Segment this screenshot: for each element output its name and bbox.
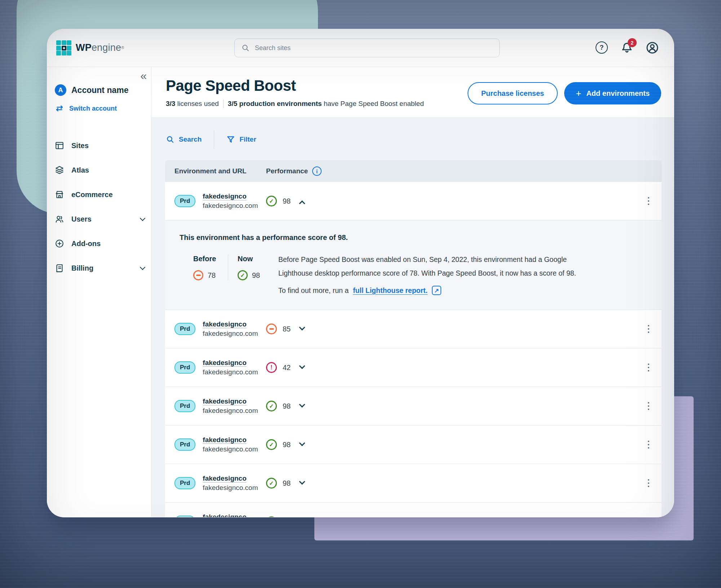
atlas-icon xyxy=(55,165,64,175)
env-url: fakedesignco.com xyxy=(203,445,258,453)
table-row: Prd fakedesignco fakedesignco.com ✓ 98 xyxy=(165,503,662,517)
search-sites-input[interactable] xyxy=(255,44,493,52)
performance-status-icon: ✓ xyxy=(266,439,277,450)
global-search-bar[interactable] xyxy=(234,39,500,57)
switch-account-link[interactable]: Switch account xyxy=(55,104,151,113)
env-name-link[interactable]: fakedesignco xyxy=(203,475,258,482)
row-kebab-menu[interactable] xyxy=(646,195,652,208)
performance-status-icon: ✓ xyxy=(266,478,277,489)
expand-chevron[interactable] xyxy=(299,401,305,407)
performance-cell: ✓ 98 xyxy=(266,401,304,411)
performance-cell: ✓ 98 xyxy=(266,516,304,517)
cta-prefix: To find out more, run a xyxy=(278,286,349,295)
external-link-icon[interactable]: ↗ xyxy=(432,286,441,295)
purchase-licenses-button[interactable]: Purchase licenses xyxy=(468,82,558,104)
row-kebab-menu[interactable] xyxy=(646,361,652,374)
notifications-button[interactable]: 2 xyxy=(620,41,634,54)
search-icon xyxy=(166,135,174,144)
expand-chevron[interactable] xyxy=(299,324,305,330)
account-menu-button[interactable] xyxy=(645,41,659,54)
detail-headline: This environment has a performance score… xyxy=(180,233,647,242)
sidebar-item-label: Billing xyxy=(71,264,133,272)
env-url: fakedesignco.com xyxy=(203,407,258,415)
env-name-link[interactable]: fakedesignco xyxy=(203,359,258,367)
expand-chevron[interactable] xyxy=(299,363,305,369)
row-kebab-menu[interactable] xyxy=(646,477,652,490)
performance-column-header: Performance xyxy=(266,167,308,175)
performance-info-icon[interactable]: i xyxy=(312,166,322,176)
performance-status-icon: ✓ xyxy=(266,401,277,411)
main-content: Page Speed Boost 3/3 licenses used 3/5 p… xyxy=(151,67,674,517)
sidebar-item-users[interactable]: Users xyxy=(55,207,151,231)
env-name-link[interactable]: fakedesignco xyxy=(203,436,258,444)
environment-type-badge: Prd xyxy=(174,361,195,374)
env-url: fakedesignco.com xyxy=(203,330,258,338)
row-kebab-menu[interactable] xyxy=(646,438,652,451)
filter-label: Filter xyxy=(239,135,256,143)
performance-score: 98 xyxy=(283,197,291,205)
environment-cell: Prd fakedesignco fakedesignco.com xyxy=(165,192,266,210)
performance-score: 98 xyxy=(283,479,291,487)
environment-column-header: Environment and URL xyxy=(165,167,266,175)
header-actions: Purchase licenses + Add environments xyxy=(468,82,661,104)
detail-description: Before Page Speed Boost was enabled on S… xyxy=(278,253,578,280)
performance-status-icon: ✓ xyxy=(266,516,277,517)
table-search-button[interactable]: Search xyxy=(166,135,202,144)
topbar-icons: ? 2 xyxy=(595,41,659,54)
performance-status-icon: ! xyxy=(266,362,277,373)
table-row: Prd fakedesignco fakedesignco.com 85 xyxy=(165,310,662,348)
sidebar-item-ecommerce[interactable]: eCommerce xyxy=(55,182,151,207)
sidebar-item-label: Atlas xyxy=(71,166,145,174)
notification-badge: 2 xyxy=(628,38,637,47)
env-name-link[interactable]: fakedesignco xyxy=(203,320,258,328)
ecommerce-icon xyxy=(55,190,64,199)
sidebar-item-label: Sites xyxy=(71,142,145,150)
env-name-link[interactable]: fakedesignco xyxy=(203,513,258,517)
performance-score: 98 xyxy=(283,402,291,410)
row-kebab-menu[interactable] xyxy=(646,400,652,413)
performance-cell: ✓ 98 xyxy=(266,478,304,489)
chevron-down-icon xyxy=(140,215,146,221)
now-column: Now ✓ 98 xyxy=(228,255,262,280)
table-toolbar: Search Filter xyxy=(166,130,662,149)
table-row: Prd fakedesignco fakedesignco.com ✓ 98 xyxy=(165,464,662,503)
detail-text: Before Page Speed Boost was enabled on S… xyxy=(278,253,578,295)
lighthouse-report-link[interactable]: full Lighthouse report. xyxy=(353,286,428,295)
performance-status-icon xyxy=(266,324,277,334)
page-title: Page Speed Boost xyxy=(166,77,424,94)
env-name-link[interactable]: fakedesignco xyxy=(203,192,258,200)
toolbar-divider xyxy=(214,130,214,149)
performance-cell: ! 42 xyxy=(266,362,304,373)
expand-chevron[interactable] xyxy=(299,200,305,206)
addons-icon xyxy=(55,239,64,248)
sidebar-item-sites[interactable]: Sites xyxy=(55,133,151,158)
table-row: Prd fakedesignco fakedesignco.com ✓ 98 xyxy=(165,182,662,220)
environment-type-badge: Prd xyxy=(174,477,195,489)
performance-status-icon: ✓ xyxy=(266,196,277,206)
now-score: 98 xyxy=(252,271,260,280)
environment-cell: Prd fakedesignco fakedesignco.com xyxy=(165,513,266,517)
table-row: Prd fakedesignco fakedesignco.com ✓ 98 xyxy=(165,426,662,464)
wpengine-logo[interactable]: WPengine® xyxy=(56,40,124,55)
expand-chevron[interactable] xyxy=(299,478,305,485)
sidebar-collapse-button[interactable]: « xyxy=(140,70,146,81)
expand-chevron[interactable] xyxy=(299,440,305,446)
search-icon xyxy=(241,44,250,52)
row-kebab-menu[interactable] xyxy=(646,323,652,335)
environment-cell: Prd fakedesignco fakedesignco.com xyxy=(165,436,266,453)
switch-arrows-icon xyxy=(55,104,64,113)
help-button[interactable]: ? xyxy=(595,41,609,54)
sites-icon xyxy=(55,141,64,150)
now-label: Now xyxy=(238,255,262,263)
env-name-link[interactable]: fakedesignco xyxy=(203,397,258,405)
environment-cell: Prd fakedesignco fakedesignco.com xyxy=(165,397,266,415)
sidebar-item-label: Add-ons xyxy=(71,240,145,248)
row-kebab-menu[interactable] xyxy=(646,516,652,517)
add-environments-button[interactable]: + Add environments xyxy=(564,82,661,104)
sidebar-item-atlas[interactable]: Atlas xyxy=(55,158,151,182)
account-name: Account name xyxy=(71,85,128,95)
table-filter-button[interactable]: Filter xyxy=(226,135,256,144)
sidebar-item-addons[interactable]: Add-ons xyxy=(55,231,151,256)
sidebar-item-billing[interactable]: Billing xyxy=(55,256,151,280)
environment-cell: Prd fakedesignco fakedesignco.com xyxy=(165,475,266,492)
